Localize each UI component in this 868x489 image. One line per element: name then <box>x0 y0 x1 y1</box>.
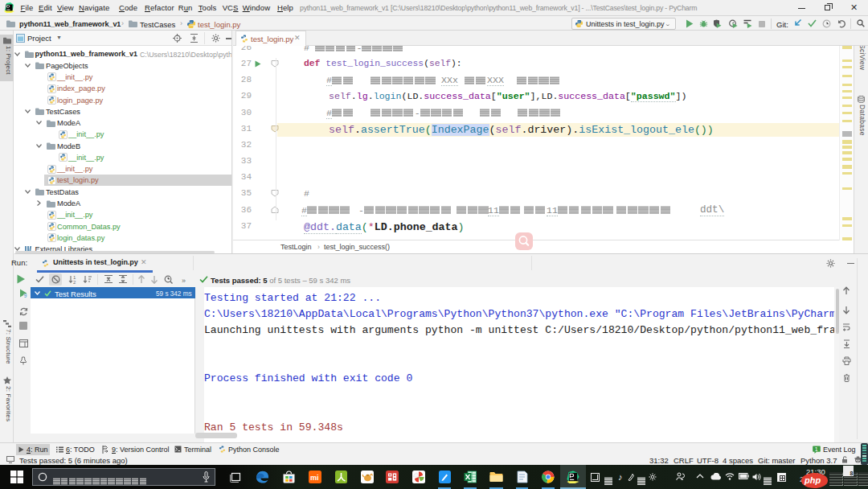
svg-text:2: 2 <box>73 280 76 284</box>
svg-text:9: 9 <box>24 293 27 298</box>
svg-text:1: 1 <box>815 446 818 452</box>
